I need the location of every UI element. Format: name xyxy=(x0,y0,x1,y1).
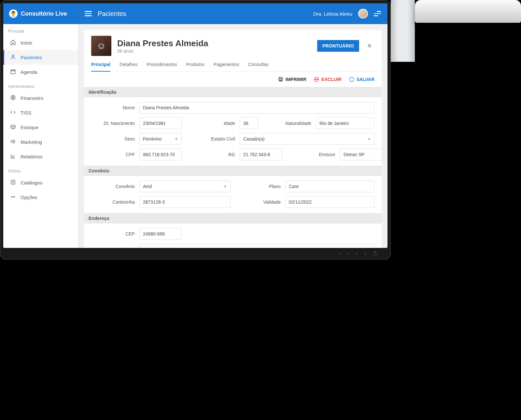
settings-toggle-icon[interactable] xyxy=(374,11,381,16)
code-icon xyxy=(10,109,16,116)
label-carteirinha: Carteirinha xyxy=(91,199,135,205)
svg-point-5 xyxy=(13,196,13,197)
current-user[interactable]: Dra. Letícia Abreu xyxy=(313,11,352,17)
section-endereco: Endereço xyxy=(84,213,382,224)
sidebar-item-label: Opções xyxy=(21,195,37,200)
sidebar-item-label: Agenda xyxy=(21,69,37,75)
close-icon[interactable]: ✕ xyxy=(364,41,374,51)
tab-detalhes[interactable]: Detalhes xyxy=(120,62,137,72)
tab-principal[interactable]: Principal xyxy=(91,62,110,72)
label-cpf: CPF xyxy=(91,152,135,157)
sidebar-item-pacientes[interactable]: Pacientes xyxy=(3,50,78,65)
power-icon xyxy=(373,251,378,256)
monitor-stand-neck xyxy=(391,0,415,62)
cep-field[interactable] xyxy=(139,228,182,240)
patient-age: 39 anos xyxy=(117,48,208,54)
sidebar-item-label: Estoque xyxy=(21,125,38,130)
label-nome: Nome xyxy=(91,105,135,110)
svg-rect-11 xyxy=(315,79,318,80)
monitor-frame: 👨‍⚕️ Consultório Live PrincipalInícioPac… xyxy=(0,0,391,260)
home-icon xyxy=(10,39,16,46)
label-idade: Idade xyxy=(186,121,235,126)
label-rg: RG xyxy=(186,152,235,157)
tab-procedimentos[interactable]: Procedimentos xyxy=(147,62,177,72)
dollar-icon xyxy=(10,95,16,102)
plus-square-icon xyxy=(10,179,16,186)
label-sexo: Sexo xyxy=(91,136,135,142)
main: Pacientes Dra. Letícia Abreu ☺ Diana Pre… xyxy=(78,3,387,248)
dots-icon xyxy=(10,194,16,201)
sidebar-item-marketing[interactable]: Marketing xyxy=(3,135,78,149)
nome-field[interactable] xyxy=(139,102,374,114)
chevron-down-icon: ▼ xyxy=(223,184,227,188)
carteirinha-field[interactable] xyxy=(139,196,231,208)
label-emissor: Emissor xyxy=(287,152,335,157)
naturalidade-field[interactable] xyxy=(316,117,374,129)
validade-field[interactable] xyxy=(285,196,374,208)
patient-card: ☺ Diana Prestes Almeida 39 anos PRONTUÁR… xyxy=(84,30,382,248)
sidebar-item-label: Relatórios xyxy=(21,154,43,159)
convenio-select[interactable]: Amil▼ xyxy=(139,181,231,192)
content: ☺ Diana Prestes Almeida 39 anos PRONTUÁR… xyxy=(78,24,387,248)
dt-nascimento-field[interactable] xyxy=(139,117,182,129)
no-entry-icon xyxy=(314,76,319,82)
label-plano: Plano xyxy=(235,184,281,189)
printer-icon xyxy=(278,76,284,82)
user-icon xyxy=(10,54,16,61)
sidebar-group-label: Outros xyxy=(3,164,78,175)
avatar[interactable] xyxy=(358,9,368,19)
svg-point-12 xyxy=(349,77,354,82)
idade-field[interactable] xyxy=(240,117,258,129)
label-cep: CEP xyxy=(91,231,135,237)
prontuario-button[interactable]: PRONTUÁRIO xyxy=(317,40,359,52)
sidebar-item-estoque[interactable]: Estoque xyxy=(3,120,78,135)
tab-consultas[interactable]: Consultas xyxy=(248,62,268,72)
emissor-field[interactable] xyxy=(340,149,382,160)
sidebar-item-label: Marketing xyxy=(21,139,42,145)
box-icon xyxy=(10,124,16,131)
monitor-stand-base xyxy=(415,0,521,23)
svg-point-0 xyxy=(12,55,14,57)
screen: 👨‍⚕️ Consultório Live PrincipalInícioPac… xyxy=(3,3,387,248)
brand-icon: 👨‍⚕️ xyxy=(9,9,18,18)
card-header: ☺ Diana Prestes Almeida 39 anos PRONTUÁR… xyxy=(84,30,382,56)
menu-toggle-icon[interactable] xyxy=(85,11,92,16)
print-button[interactable]: IMPRIMIR xyxy=(278,76,307,82)
delete-button[interactable]: EXCLUIR xyxy=(314,76,341,82)
logradouro-field[interactable] xyxy=(139,244,374,248)
sidebar-group-label: Principal xyxy=(3,24,78,35)
svg-point-6 xyxy=(14,196,15,197)
section-identificacao: Identificação xyxy=(84,87,382,97)
monitor-controls xyxy=(3,248,387,260)
tab-pagamentos[interactable]: Pagamentos xyxy=(214,62,239,72)
check-circle-icon xyxy=(349,76,355,82)
section-convenio: Convênio xyxy=(84,166,382,176)
sidebar-item-opções[interactable]: Opções xyxy=(3,190,78,205)
rg-field[interactable] xyxy=(240,149,282,160)
patient-name: Diana Prestes Almeida xyxy=(117,38,208,48)
label-convenio: Convênio xyxy=(91,184,135,189)
tabs: PrincipalDetalhesProcedimentosProdutosPa… xyxy=(84,56,382,72)
estado-civil-select[interactable]: Casado(a)▼ xyxy=(240,133,374,145)
sidebar: 👨‍⚕️ Consultório Live PrincipalInícioPac… xyxy=(3,3,78,248)
tab-produtos[interactable]: Produtos xyxy=(186,62,204,72)
sidebar-item-relatórios[interactable]: Relatórios xyxy=(3,149,78,164)
sidebar-item-label: Início xyxy=(21,40,32,46)
sidebar-item-catálogos[interactable]: Catálogos xyxy=(3,175,78,190)
plano-field[interactable] xyxy=(285,181,374,192)
patient-photo: ☺ xyxy=(91,36,111,56)
sidebar-item-label: TISS xyxy=(21,110,31,115)
label-dt-nascimento: Dt. Nascimento xyxy=(91,121,135,126)
sidebar-item-financeiro[interactable]: Financeiro xyxy=(3,91,78,105)
sexo-select[interactable]: Feminino▼ xyxy=(139,133,182,145)
toolbar: IMPRIMIR EXCLUIR SALVAR xyxy=(84,72,382,87)
topbar: Pacientes Dra. Letícia Abreu xyxy=(78,3,387,24)
brand-label: Consultório Live xyxy=(21,10,67,17)
sidebar-item-início[interactable]: Início xyxy=(3,35,78,50)
save-button[interactable]: SALVAR xyxy=(349,76,374,82)
sidebar-item-agenda[interactable]: Agenda xyxy=(3,65,78,79)
cpf-field[interactable] xyxy=(139,149,182,160)
label-estado-civil: Estado Civil xyxy=(186,136,235,142)
svg-rect-9 xyxy=(279,80,282,82)
sidebar-item-tiss[interactable]: TISS xyxy=(3,105,78,120)
